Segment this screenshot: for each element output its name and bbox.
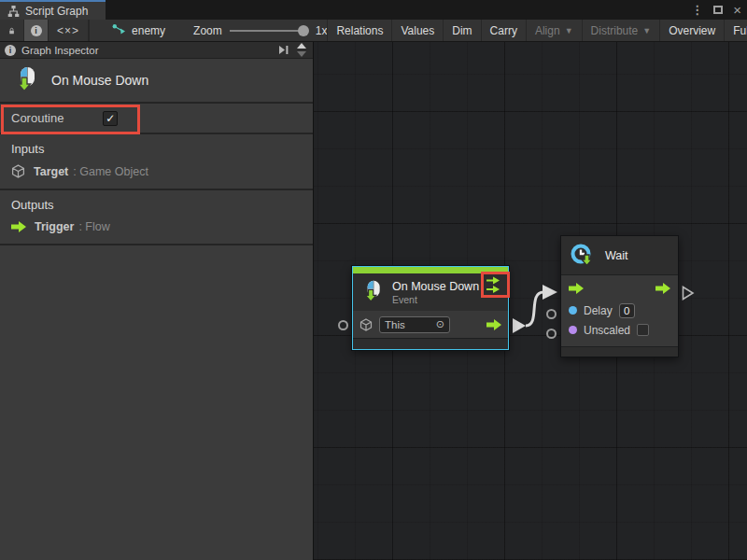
wait-node-header[interactable]: Wait (561, 236, 678, 275)
graph-breadcrumb[interactable]: enemy (105, 20, 173, 41)
graph-inspector-title: Graph Inspector (21, 45, 98, 56)
graph-inspector-panel: i Graph Inspector On Mouse Down (0, 42, 314, 560)
event-node-footer (353, 338, 508, 349)
wait-unscaled-input-port[interactable] (546, 329, 557, 339)
scroll-up-icon[interactable] (297, 43, 306, 49)
input-target-name: Target (34, 165, 68, 178)
lock-button[interactable] (0, 20, 24, 41)
wait-continuation-port[interactable] (682, 286, 695, 301)
zoom-slider[interactable] (230, 30, 306, 32)
dim-label: Dim (452, 24, 472, 37)
maximize-icon[interactable] (713, 6, 723, 14)
inputs-section: Inputs Target : Game Object (0, 134, 313, 190)
wait-output-port[interactable] (655, 283, 670, 294)
event-node-accent-bar (353, 267, 508, 273)
trigger-output-port[interactable] (486, 319, 501, 330)
zoom-value: 1x (316, 24, 328, 37)
inspector-info-icon: i (5, 45, 16, 56)
inspector-toggle-button[interactable]: i (24, 20, 49, 41)
event-node-body: This ⊙ (353, 311, 508, 338)
full-screen-button[interactable]: Full Screen (725, 20, 747, 41)
distribute-label: Distribute (591, 24, 639, 37)
output-trigger-type: : Flow (78, 220, 109, 233)
wait-clock-icon (570, 243, 596, 269)
script-graph-icon (7, 6, 20, 17)
code-icon: <×> (57, 24, 79, 37)
outputs-section: Outputs Trigger : Flow (0, 190, 313, 245)
event-node-subtitle: Event (392, 294, 479, 305)
target-object-field[interactable]: This ⊙ (379, 316, 450, 333)
input-target-type: : Game Object (73, 165, 148, 178)
inputs-header: Inputs (11, 142, 302, 156)
align-dropdown-icon: ▼ (565, 26, 573, 35)
align-label: Align (535, 24, 560, 37)
graph-canvas[interactable]: On Mouse Down Event This ⊙ (314, 42, 747, 560)
cube-icon (359, 318, 373, 331)
on-mouse-down-node[interactable]: On Mouse Down Event This ⊙ (352, 266, 509, 350)
unscaled-label: Unscaled (584, 324, 630, 337)
carry-label: Carry (490, 24, 517, 37)
lock-icon (8, 24, 15, 37)
more-menu-icon[interactable]: ⋮ (691, 4, 703, 16)
coroutine-checkbox[interactable]: ✓ (103, 111, 118, 126)
mouse-event-icon (11, 66, 39, 94)
dim-button[interactable]: Dim (444, 20, 481, 41)
unscaled-row: Unscaled (561, 320, 678, 340)
relations-button[interactable]: Relations (327, 20, 392, 41)
title-bar: Script Graph ⋮ × (0, 0, 747, 20)
wait-node[interactable]: Wait Delay 0 Unscaled (560, 235, 679, 357)
wait-delay-input-port[interactable] (546, 309, 557, 319)
panel-scrollbar (295, 43, 308, 57)
csharp-preview-button[interactable]: <×> (49, 20, 89, 41)
values-button[interactable]: Values (392, 20, 444, 41)
wait-flow-row (561, 275, 678, 301)
connection-end-arrow (543, 285, 557, 300)
tab-script-graph[interactable]: Script Graph (0, 0, 106, 20)
flow-connection[interactable] (526, 292, 543, 326)
event-target-input-port[interactable] (338, 320, 348, 330)
align-button[interactable]: Align ▼ (527, 20, 583, 41)
coroutine-badge-icon (486, 276, 501, 294)
inspector-unit-header: On Mouse Down (0, 59, 313, 104)
zoom-control: Zoom 1x (193, 20, 327, 41)
outputs-header: Outputs (11, 198, 302, 212)
graph-inspector-header: i Graph Inspector (0, 42, 313, 59)
distribute-button[interactable]: Distribute ▼ (583, 20, 661, 41)
object-picker-icon[interactable]: ⊙ (436, 318, 444, 330)
tab-title: Script Graph (25, 5, 88, 18)
delay-value-field[interactable]: 0 (619, 303, 635, 318)
script-graph-window: Script Graph ⋮ × i <×> en (0, 0, 747, 560)
full-screen-label: Full Screen (733, 24, 747, 37)
graph-asset-icon (112, 24, 126, 36)
scroll-down-icon[interactable] (297, 51, 306, 57)
zoom-label: Zoom (193, 24, 222, 37)
wait-node-footer (561, 346, 678, 357)
event-node-header[interactable]: On Mouse Down Event (353, 273, 508, 311)
wait-input-port[interactable] (569, 283, 584, 294)
input-target-row: Target : Game Object (11, 164, 302, 178)
zoom-slider-handle[interactable] (298, 25, 309, 36)
cube-icon (11, 164, 25, 178)
overview-button[interactable]: Overview (660, 20, 725, 41)
unscaled-port-dot[interactable] (569, 326, 577, 334)
output-trigger-name: Trigger (35, 220, 74, 233)
event-node-title: On Mouse Down (392, 280, 479, 293)
window-controls: ⋮ × (691, 0, 741, 20)
unscaled-checkbox[interactable] (637, 324, 649, 336)
graph-name: enemy (132, 24, 165, 37)
carry-button[interactable]: Carry (482, 20, 527, 41)
info-icon: i (31, 25, 42, 36)
output-trigger-row: Trigger : Flow (11, 220, 302, 233)
coroutine-row: Coroutine ✓ (0, 104, 313, 134)
graph-toolbar: i <×> enemy Zoom 1x Relations Values (0, 20, 747, 42)
values-label: Values (401, 24, 434, 37)
inspector-unit-title: On Mouse Down (51, 73, 148, 88)
delay-label: Delay (584, 304, 613, 317)
close-icon[interactable]: × (733, 3, 741, 17)
dock-icon[interactable] (279, 46, 289, 54)
mouse-event-icon (359, 280, 384, 304)
connection-start-arrow (513, 318, 526, 333)
delay-port-dot[interactable] (569, 306, 577, 315)
delay-row: Delay 0 (561, 301, 678, 320)
coroutine-label: Coroutine (11, 111, 63, 125)
